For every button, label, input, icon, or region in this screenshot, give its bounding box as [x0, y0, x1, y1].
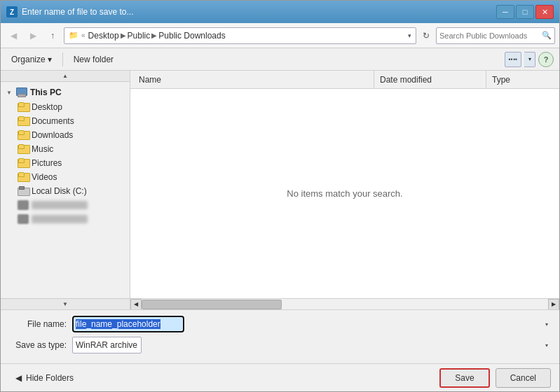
sidebar-scroll: ▼ This PC Desktop Documents	[1, 82, 130, 298]
savetype-dropdown-arrow: ▾	[545, 342, 548, 349]
filename-wrapper: ▾	[72, 316, 551, 332]
help-icon: ?	[544, 55, 549, 64]
sidebar-label-music: Music	[32, 144, 53, 154]
sidebar-item-blurred-1[interactable]	[1, 198, 130, 212]
forward-button[interactable]: ▶	[25, 27, 41, 44]
sidebar-item-documents[interactable]: Documents	[1, 114, 130, 128]
sidebar-label-pictures: Pictures	[32, 158, 62, 168]
refresh-button[interactable]: ↻	[419, 27, 433, 44]
pc-icon	[15, 88, 27, 97]
help-button[interactable]: ?	[538, 52, 554, 67]
sidebar-label-desktop: Desktop	[32, 102, 62, 112]
expand-arrow: ▼	[6, 90, 12, 96]
toolbar: Organize ▾ New folder ▪▪ ▪▪ ▾ ?	[1, 48, 559, 71]
file-area: Name Date modified Type No items match y…	[130, 71, 559, 309]
sidebar-scroll-down[interactable]: ▼	[1, 298, 130, 309]
search-input[interactable]	[439, 31, 539, 40]
title-bar: Z Enter name of file to save to... ─ □ ✕	[1, 1, 559, 23]
new-folder-label: New folder	[74, 55, 114, 64]
sidebar-container: ▲ ▼ This PC Desktop	[1, 71, 130, 309]
view-button[interactable]: ▪▪ ▪▪	[505, 52, 521, 67]
cancel-button[interactable]: Cancel	[496, 368, 551, 388]
h-scroll-thumb[interactable]	[142, 300, 282, 309]
toolbar-separator	[62, 52, 63, 66]
blurred-icon-1	[18, 200, 29, 210]
this-pc-label: This PC	[30, 88, 62, 97]
sidebar-item-pictures[interactable]: Pictures	[1, 156, 130, 170]
maximize-button[interactable]: □	[516, 5, 534, 19]
sidebar-item-desktop[interactable]: Desktop	[1, 100, 130, 114]
h-scroll-right-button[interactable]: ▶	[548, 299, 559, 310]
dialog-title: Enter name of file to save to...	[22, 7, 133, 17]
organize-arrow: ▾	[48, 55, 52, 64]
hide-folders-button[interactable]: ◀ Hide Folders	[9, 370, 80, 386]
column-headers: Name Date modified Type	[130, 71, 559, 89]
title-bar-controls: ─ □ ✕	[496, 5, 554, 19]
path-users[interactable]: Desktop	[88, 31, 119, 41]
filename-input[interactable]	[72, 316, 184, 332]
up-button[interactable]: ↑	[44, 27, 61, 44]
sidebar-item-local-disk[interactable]: Local Disk (C:)	[1, 184, 130, 198]
footer: ◀ Hide Folders Save Cancel	[1, 363, 559, 391]
path-public-downloads[interactable]: Public Downloads	[158, 31, 225, 41]
disk-icon	[18, 186, 29, 196]
sidebar: ▲ ▼ This PC Desktop	[1, 71, 130, 309]
sidebar-label-videos: Videos	[32, 172, 57, 182]
col-header-type[interactable]: Type	[486, 71, 556, 88]
blurred-icon-2	[18, 214, 29, 224]
savetype-select[interactable]: WinRAR archive	[72, 337, 142, 354]
folder-icon-videos	[18, 172, 29, 182]
organize-button[interactable]: Organize ▾	[6, 52, 57, 67]
address-bar: ◀ ▶ ↑ 📁 « Desktop ▶ Public ▶ Public Down…	[1, 23, 559, 48]
col-header-date[interactable]: Date modified	[374, 71, 486, 88]
col-header-name[interactable]: Name	[133, 71, 374, 88]
folder-icon-downloads	[18, 130, 29, 140]
hide-folders-label: Hide Folders	[26, 373, 74, 383]
toolbar-right: ▪▪ ▪▪ ▾ ?	[505, 52, 554, 67]
h-scroll-left-button[interactable]: ◀	[130, 299, 142, 310]
save-dialog: Z Enter name of file to save to... ─ □ ✕…	[0, 0, 560, 392]
path-dropdown-arrow[interactable]: ▾	[408, 32, 411, 39]
search-icon: 🔍	[542, 31, 552, 40]
title-bar-left: Z Enter name of file to save to...	[6, 6, 133, 18]
sidebar-scroll-up[interactable]: ▲	[1, 71, 130, 82]
folder-icon-pictures	[18, 158, 29, 168]
sidebar-item-videos[interactable]: Videos	[1, 170, 130, 184]
folder-icon-desktop	[18, 102, 29, 112]
path-icon: 📁	[69, 31, 78, 40]
new-folder-button[interactable]: New folder	[69, 52, 118, 67]
search-box: 🔍	[436, 27, 555, 44]
minimize-button[interactable]: ─	[496, 5, 514, 19]
sidebar-label-documents: Documents	[32, 116, 74, 126]
sidebar-label-local-disk: Local Disk (C:)	[32, 186, 87, 196]
view-dropdown-arrow[interactable]: ▾	[524, 52, 535, 67]
path-public[interactable]: Public	[128, 31, 151, 41]
sidebar-item-downloads[interactable]: Downloads	[1, 128, 130, 142]
path-double-arrow: «	[81, 31, 86, 39]
this-pc-header[interactable]: ▼ This PC	[1, 85, 130, 100]
app-icon: Z	[6, 6, 18, 18]
hide-folders-icon: ◀	[15, 373, 22, 383]
back-button[interactable]: ◀	[5, 27, 22, 44]
folder-icon-documents	[18, 116, 29, 126]
filename-label: File name:	[9, 319, 72, 329]
filename-dropdown-arrow[interactable]: ▾	[545, 321, 548, 328]
sidebar-item-music[interactable]: Music	[1, 142, 130, 156]
organize-label: Organize	[11, 55, 46, 64]
address-path[interactable]: 📁 « Desktop ▶ Public ▶ Public Downloads …	[64, 27, 416, 44]
save-button[interactable]: Save	[439, 368, 489, 388]
blurred-label-2	[32, 215, 88, 223]
file-list: No items match your search.	[130, 89, 559, 298]
savetype-wrapper: WinRAR archive ▾	[72, 337, 551, 354]
savetype-label: Save as type:	[9, 340, 72, 350]
empty-message: No items match your search.	[287, 188, 402, 199]
savetype-row: Save as type: WinRAR archive ▾	[9, 337, 551, 354]
horizontal-scrollbar: ◀ ▶	[130, 298, 559, 309]
folder-icon-music	[18, 144, 29, 154]
filename-row: File name: ▾	[9, 316, 551, 332]
footer-buttons: Save Cancel	[439, 368, 551, 388]
sidebar-item-blurred-2[interactable]	[1, 212, 130, 226]
blurred-label-1	[32, 201, 88, 209]
close-button[interactable]: ✕	[535, 5, 554, 19]
main-content: ▲ ▼ This PC Desktop	[1, 71, 559, 309]
